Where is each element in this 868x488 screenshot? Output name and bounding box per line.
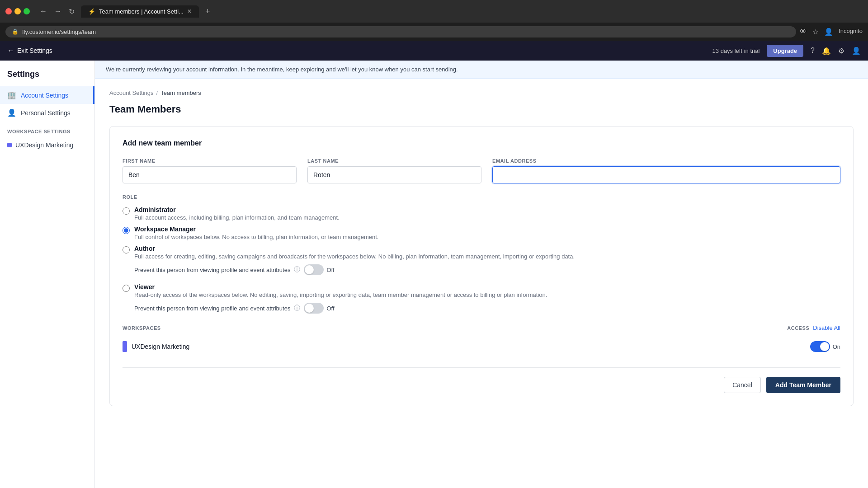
last-name-input[interactable]	[307, 166, 481, 183]
email-label: EMAIL ADDRESS	[492, 158, 840, 164]
workspace-manager-desc: Full control of workspaces below. No acc…	[134, 234, 378, 240]
personal-settings-label: Personal Settings	[21, 109, 71, 117]
window-maximize-button[interactable]	[24, 8, 30, 14]
workspace-row: UXDesign Marketing On	[123, 337, 840, 357]
window-controls	[5, 8, 30, 14]
disable-all-link[interactable]: Disable All	[813, 324, 840, 331]
sidebar: Settings 🏢 Account Settings 👤 Personal S…	[0, 61, 95, 488]
viewer-prevent-label: Prevent this person from viewing profile…	[134, 305, 290, 312]
tab-bar: ⚡ Team members | Account Setti... ✕ +	[81, 5, 863, 18]
tab-close-button[interactable]: ✕	[187, 8, 192, 14]
url-input[interactable]	[22, 28, 790, 35]
author-toggle-label: Off	[326, 267, 334, 273]
star-icon[interactable]: ☆	[812, 28, 819, 36]
workspaces-header: WORKSPACES ACCESS Disable All	[123, 324, 840, 331]
eye-off-icon[interactable]: 👁	[800, 28, 807, 36]
window-minimize-button[interactable]	[14, 8, 21, 14]
content-area: Account Settings / Team members Team Mem…	[95, 79, 868, 417]
cancel-button[interactable]: Cancel	[724, 377, 761, 393]
help-icon[interactable]: ?	[811, 47, 815, 55]
author-prevent-label: Prevent this person from viewing profile…	[134, 267, 290, 273]
role-administrator: Administrator Full account access, inclu…	[123, 206, 840, 221]
workspace-manager-radio[interactable]	[123, 227, 130, 234]
profile-icon[interactable]: 👤	[824, 28, 833, 36]
author-toggle[interactable]: Off	[304, 264, 334, 275]
author-toggle-switch[interactable]	[304, 264, 324, 275]
viewer-label[interactable]: Viewer	[134, 283, 155, 291]
sidebar-item-account-settings[interactable]: 🏢 Account Settings	[0, 86, 94, 104]
browser-chrome: ← → ↻ ⚡ Team members | Account Setti... …	[0, 0, 868, 23]
author-desc: Full access for creating, editing, savin…	[134, 253, 575, 260]
first-name-input[interactable]	[123, 166, 297, 183]
app-topbar: ← Exit Settings 13 days left in trial Up…	[0, 41, 868, 61]
author-help-icon[interactable]: ⓘ	[294, 266, 300, 274]
back-button[interactable]: ←	[37, 5, 50, 18]
left-arrow-icon: ←	[7, 47, 14, 55]
viewer-help-icon[interactable]: ⓘ	[294, 304, 300, 312]
workspace-dot-icon	[7, 143, 12, 147]
workspace-access-toggle[interactable]: On	[810, 341, 840, 352]
form-footer: Cancel Add Team Member	[123, 367, 840, 393]
user-icon[interactable]: 👤	[852, 47, 861, 55]
main-content: We're currently reviewing your account i…	[95, 61, 868, 488]
access-section: ACCESS Disable All	[787, 324, 840, 331]
author-prevent-toggle-row: Prevent this person from viewing profile…	[134, 264, 840, 275]
address-bar-row: 🔒 👁 ☆ 👤 Incognito	[0, 23, 868, 41]
viewer-prevent-toggle-row: Prevent this person from viewing profile…	[134, 303, 840, 314]
author-label[interactable]: Author	[134, 245, 155, 252]
bell-icon[interactable]: 🔔	[822, 47, 831, 55]
lock-icon: 🔒	[12, 28, 19, 35]
breadcrumb-current: Team members	[160, 89, 201, 96]
forward-button[interactable]: →	[52, 5, 64, 18]
workspace-manager-content: Workspace Manager Full control of worksp…	[134, 225, 378, 240]
access-label: ACCESS	[787, 325, 809, 331]
account-settings-icon: 🏢	[7, 91, 16, 99]
workspace-settings-section: WORKSPACE SETTINGS	[0, 122, 94, 137]
topbar-right: 13 days left in trial Upgrade ? 🔔 ⚙ 👤	[712, 45, 861, 57]
incognito-label: Incognito	[839, 28, 863, 36]
page-title: Team Members	[109, 103, 854, 115]
role-author: Author Full access for creating, editing…	[123, 245, 840, 275]
app-layout: Settings 🏢 Account Settings 👤 Personal S…	[0, 61, 868, 488]
administrator-radio-item: Administrator Full account access, inclu…	[123, 206, 840, 221]
form-name-email-row: FIRST NAME LAST NAME EMAIL ADDRESS	[123, 158, 840, 183]
viewer-toggle[interactable]: Off	[304, 303, 334, 314]
author-toggle-knob	[305, 265, 314, 274]
viewer-toggle-switch[interactable]	[304, 303, 324, 314]
first-name-label: FIRST NAME	[123, 158, 297, 164]
sidebar-workspace-name: UXDesign Marketing	[15, 141, 73, 149]
info-banner: We're currently reviewing your account i…	[95, 61, 868, 79]
workspace-manager-radio-item: Workspace Manager Full control of worksp…	[123, 225, 840, 240]
author-radio[interactable]	[123, 246, 130, 253]
viewer-radio[interactable]	[123, 285, 130, 292]
gear-icon[interactable]: ⚙	[838, 47, 844, 55]
banner-text: We're currently reviewing your account i…	[106, 66, 458, 73]
sidebar-item-personal-settings[interactable]: 👤 Personal Settings	[0, 104, 94, 122]
sidebar-title: Settings	[0, 70, 94, 86]
workspace-toggle-label: On	[833, 343, 840, 350]
email-input[interactable]	[492, 166, 840, 183]
upgrade-button[interactable]: Upgrade	[767, 45, 803, 57]
breadcrumb-separator: /	[156, 89, 158, 96]
first-name-group: FIRST NAME	[123, 158, 297, 183]
sidebar-workspace-item[interactable]: UXDesign Marketing	[0, 137, 94, 153]
address-bar[interactable]: 🔒	[5, 26, 796, 38]
refresh-button[interactable]: ↻	[66, 5, 77, 18]
author-content: Author Full access for creating, editing…	[134, 245, 575, 260]
browser-action-icons: 👁 ☆ 👤 Incognito	[800, 28, 863, 36]
workspaces-label: WORKSPACES	[123, 325, 161, 331]
breadcrumb: Account Settings / Team members	[109, 89, 854, 96]
workspace-name-label: UXDesign Marketing	[132, 343, 189, 350]
email-group: EMAIL ADDRESS	[492, 158, 840, 183]
administrator-label[interactable]: Administrator	[134, 206, 176, 213]
exit-settings-button[interactable]: ← Exit Settings	[7, 47, 52, 55]
administrator-radio[interactable]	[123, 207, 130, 215]
workspace-manager-label[interactable]: Workspace Manager	[134, 225, 196, 233]
new-tab-button[interactable]: +	[202, 5, 214, 18]
window-close-button[interactable]	[5, 8, 12, 14]
breadcrumb-parent[interactable]: Account Settings	[109, 89, 154, 96]
active-tab[interactable]: ⚡ Team members | Account Setti... ✕	[81, 5, 199, 18]
exit-settings-label: Exit Settings	[17, 47, 52, 54]
workspace-toggle-switch[interactable]	[810, 341, 830, 352]
add-team-member-button[interactable]: Add Team Member	[766, 377, 840, 393]
